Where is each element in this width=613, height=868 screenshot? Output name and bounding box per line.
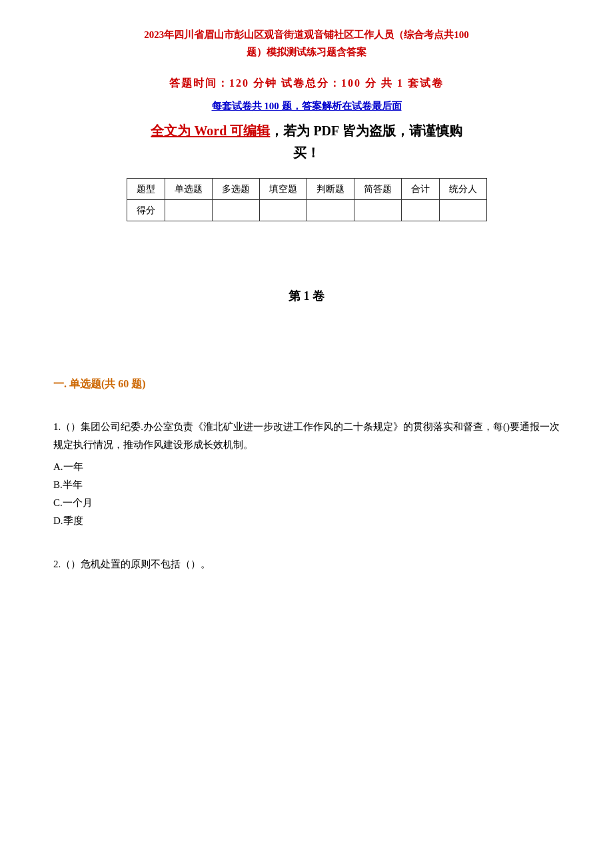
page-title: 2023年四川省眉山市彭山区观音街道观音铺社区工作人员（综合考点共100 题）模… bbox=[53, 27, 560, 61]
question-1-text: 1.（）集团公司纪委.办公室负责《淮北矿业进一步改进工作作风的二十条规定》的贯彻… bbox=[53, 418, 560, 454]
question-2-text: 2.（）危机处置的原则不包括（）。 bbox=[53, 555, 560, 573]
exam-info: 答题时间：120 分钟 试卷总分：100 分 共 1 套试卷 bbox=[53, 77, 560, 91]
table-header-judge: 判断题 bbox=[306, 179, 354, 200]
table-header-single: 单选题 bbox=[165, 179, 212, 200]
vol-title: 第 1 卷 bbox=[53, 288, 560, 304]
question-1: 1.（）集团公司纪委.办公室负责《淮北矿业进一步改进工作作风的二十条规定》的贯彻… bbox=[53, 418, 560, 530]
table-score-scorer bbox=[439, 200, 486, 221]
notice-red-editable: 全文为 Word 可编辑，若为 PDF 皆为盗版，请谨慎购 bbox=[53, 122, 560, 140]
question-1-option-d: D.季度 bbox=[53, 512, 560, 530]
table-header-type: 题型 bbox=[127, 179, 165, 200]
table-header-fill: 填空题 bbox=[259, 179, 306, 200]
table-score-short bbox=[354, 200, 401, 221]
table-score-fill bbox=[259, 200, 306, 221]
table-header-multi: 多选题 bbox=[212, 179, 259, 200]
table-score-single bbox=[165, 200, 212, 221]
table-score-judge bbox=[306, 200, 354, 221]
question-1-option-c: C.一个月 bbox=[53, 494, 560, 512]
score-table: 题型 单选题 多选题 填空题 判断题 简答题 合计 统分人 得分 bbox=[127, 178, 487, 221]
table-score-label: 得分 bbox=[127, 200, 165, 221]
table-header-short: 简答题 bbox=[354, 179, 401, 200]
table-score-total bbox=[401, 200, 439, 221]
question-2: 2.（）危机处置的原则不包括（）。 bbox=[53, 555, 560, 573]
notice-blue: 每套试卷共 100 题，答案解析在试卷最后面 bbox=[53, 100, 560, 113]
question-1-option-b: B.半年 bbox=[53, 476, 560, 494]
question-1-option-a: A.一年 bbox=[53, 458, 560, 476]
section-heading: 一. 单选题(共 60 题) bbox=[53, 377, 560, 391]
table-score-multi bbox=[212, 200, 259, 221]
notice-red-buy: 买！ bbox=[53, 144, 560, 162]
table-header-scorer: 统分人 bbox=[439, 179, 486, 200]
table-header-total: 合计 bbox=[401, 179, 439, 200]
